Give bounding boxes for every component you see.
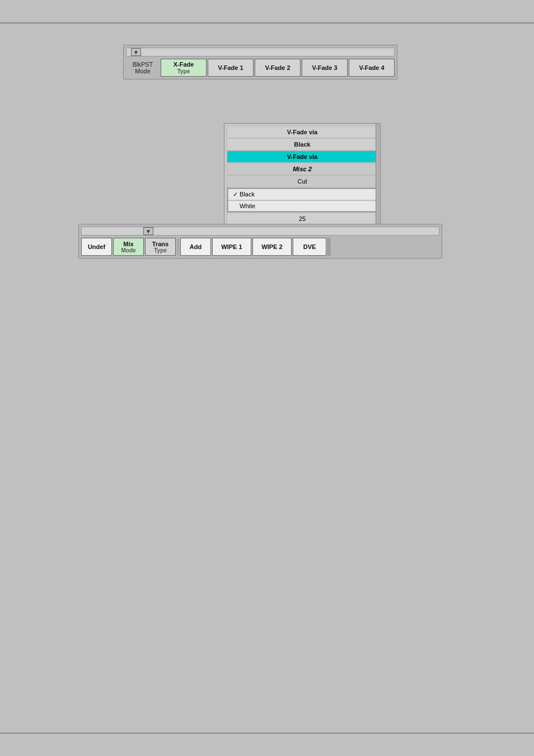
mode-label: Mode	[135, 68, 151, 74]
dve-button[interactable]: DVE	[293, 238, 326, 256]
p2-dropdown-col3: Black White	[227, 187, 378, 213]
p2-val1: 25	[227, 213, 378, 225]
panel3-box: Undef Mix Mode Trans Type Add WIPE 1	[78, 224, 442, 259]
wipe1-label: WIPE 1	[221, 243, 242, 250]
mix-label-line1: Mix	[123, 241, 133, 247]
vfade4-button[interactable]: V-Fade 4	[349, 59, 395, 77]
p2-col2-header: Black	[227, 138, 378, 151]
p2-col3-header[interactable]: V-Fade via	[227, 151, 378, 163]
p2-cut: Cut	[227, 175, 378, 187]
p2-col1-header: V-Fade via	[227, 126, 378, 138]
blkpst-label: BlkPST	[133, 61, 153, 68]
dropdown-item-black[interactable]: Black	[228, 189, 377, 200]
wipe2-label: WIPE 2	[261, 243, 282, 250]
add-label: Add	[190, 243, 202, 250]
xfade-line1: X-Fade	[174, 61, 194, 68]
mix-label-line2: Mode	[121, 247, 135, 253]
panel3-button-row: Undef Mix Mode Trans Type Add WIPE 1	[81, 238, 439, 256]
separator1	[177, 238, 179, 256]
panel1-slider-thumb[interactable]	[131, 48, 141, 56]
panel1-slider-track[interactable]	[126, 48, 395, 57]
trans-label-line1: Trans	[152, 241, 168, 247]
wipe1-button[interactable]: WIPE 1	[212, 238, 251, 256]
p2-misc2: Misc 2	[227, 163, 378, 175]
panel2-row1: V-Fade via Black V-Fade via	[227, 126, 378, 163]
undef-label: Undef	[88, 243, 105, 250]
panel1-blkpst: BlkPST Mode X-Fade Type V-Fade 1 V-Fade …	[123, 45, 397, 79]
vfade2-button[interactable]: V-Fade 2	[255, 59, 301, 77]
panel3-slider-track[interactable]	[81, 227, 439, 236]
panel1-box: BlkPST Mode X-Fade Type V-Fade 1 V-Fade …	[123, 45, 397, 79]
wipe2-button[interactable]: WIPE 2	[252, 238, 292, 256]
trans-label-line2: Type	[154, 247, 167, 253]
panel3-transitions: Undef Mix Mode Trans Type Add WIPE 1	[78, 224, 442, 259]
panel1-button-row: BlkPST Mode X-Fade Type V-Fade 1 V-Fade …	[126, 59, 395, 77]
panel2-row2: Misc 2 Cut Black White	[227, 163, 378, 213]
add-button[interactable]: Add	[180, 238, 211, 256]
vfade3-button[interactable]: V-Fade 3	[302, 59, 348, 77]
top-rule	[0, 22, 534, 24]
vfade1-label: V-Fade 1	[218, 64, 243, 71]
dropdown-popup: Black White	[227, 188, 377, 212]
panel1-label-cell: BlkPST Mode	[126, 59, 160, 77]
mix-button[interactable]: Mix Mode	[113, 238, 144, 256]
dve-label: DVE	[303, 243, 316, 250]
undef-button[interactable]: Undef	[81, 238, 112, 256]
vfade3-label: V-Fade 3	[312, 64, 337, 71]
xfade-button[interactable]: X-Fade Type	[161, 59, 207, 77]
bottom-rule	[0, 732, 534, 734]
vfade2-label: V-Fade 2	[265, 64, 290, 71]
vfade4-label: V-Fade 4	[359, 64, 384, 71]
dropdown-item-white[interactable]: White	[228, 200, 377, 212]
trans-type-button[interactable]: Trans Type	[145, 238, 176, 256]
vfade1-button[interactable]: V-Fade 1	[208, 59, 254, 77]
xfade-line2: Type	[174, 68, 194, 74]
panel3-edge	[327, 238, 331, 256]
panel3-slider-thumb[interactable]	[143, 227, 153, 235]
